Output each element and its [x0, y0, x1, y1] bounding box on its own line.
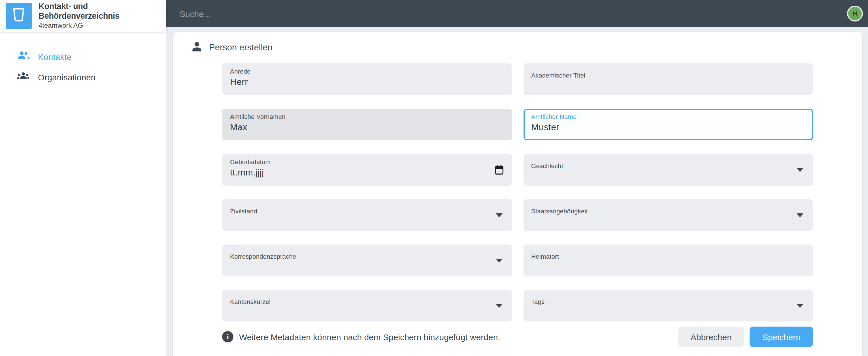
cancel-button[interactable]: Abbrechen — [678, 327, 744, 347]
field-label: Zivilstand — [230, 208, 504, 214]
field-label: Heimatort — [531, 253, 805, 260]
sidebar: Kontakt- und Behördenverzeichnis 4teamwo… — [0, 0, 166, 356]
sidebar-item-label: Organisationen — [38, 72, 95, 82]
groups-icon — [17, 71, 29, 83]
person-create-card: Person erstellen Anrede Herr Akademische… — [174, 32, 862, 356]
field-korrespondenzsprache[interactable]: Korrespondenzsprache — [222, 245, 512, 276]
top-bar: H — [166, 0, 868, 27]
field-label: Geburtsdatum — [230, 158, 504, 165]
field-kantonskuerzel[interactable]: Kantonskürzel — [222, 290, 512, 321]
field-heimatort[interactable]: Heimatort — [523, 245, 813, 276]
user-avatar[interactable]: H — [847, 6, 863, 22]
app-title: Kontakt- und Behördenverzeichnis — [38, 2, 166, 21]
field-label: Amtliche Vornamen — [230, 113, 504, 120]
save-button[interactable]: Speichern — [750, 327, 813, 347]
field-label: Kantonskürzel — [230, 298, 504, 305]
dropdown-arrow-icon — [495, 213, 502, 217]
app-viewport: H Kontakt- und Behördenverzeichnis 4team… — [0, 0, 868, 356]
people-icon — [17, 51, 29, 62]
field-value: Herr — [230, 77, 504, 87]
info-text: Weitere Metadaten können nach dem Speich… — [239, 332, 500, 342]
field-label: Staatsangehörigkeit — [531, 208, 805, 214]
app-logo[interactable] — [6, 3, 32, 29]
sidebar-item-organisationen[interactable]: Organisationen — [0, 67, 166, 87]
field-value: Max — [230, 122, 504, 133]
field-value: tt.mm.jjjj — [230, 168, 504, 178]
form-footer: i Weitere Metadaten können nach dem Spei… — [222, 325, 813, 349]
field-anrede[interactable]: Anrede Herr — [222, 63, 512, 95]
field-label: Tags — [531, 298, 805, 305]
search-input[interactable] — [166, 0, 847, 27]
app-header: Kontakt- und Behördenverzeichnis 4teamwo… — [0, 0, 166, 32]
dropdown-arrow-icon — [797, 213, 803, 217]
sidebar-item-label: Kontakte — [38, 52, 71, 62]
field-tags[interactable]: Tags — [523, 290, 813, 321]
field-geburtsdatum[interactable]: Geburtsdatum tt.mm.jjjj — [222, 154, 512, 186]
field-geschlecht[interactable]: Geschlecht — [523, 154, 813, 186]
app-subtitle: 4teamwork AG — [38, 22, 166, 30]
field-value: Muster — [531, 122, 805, 133]
brand-block: Kontakt- und Behördenverzeichnis 4teamwo… — [38, 2, 166, 30]
person-form: Anrede Herr Akademischer Titel Amtliche … — [222, 63, 813, 321]
field-label: Geschlecht — [531, 163, 805, 169]
cup-logo-icon — [11, 7, 26, 25]
info-icon: i — [222, 331, 234, 343]
field-label: Akademischer Titel — [531, 72, 805, 79]
field-label: Anrede — [230, 68, 504, 75]
person-icon — [191, 40, 203, 55]
dropdown-arrow-icon — [495, 304, 502, 308]
field-zivilstand[interactable]: Zivilstand — [222, 199, 512, 231]
info-note: i Weitere Metadaten können nach dem Spei… — [222, 331, 500, 343]
calendar-icon[interactable] — [493, 164, 504, 178]
card-header: Person erstellen — [174, 32, 862, 63]
field-akademischer-titel[interactable]: Akademischer Titel — [523, 63, 813, 95]
field-staatsangehoerigkeit[interactable]: Staatsangehörigkeit — [523, 199, 813, 231]
action-buttons: Abbrechen Speichern — [678, 327, 813, 347]
page-title: Person erstellen — [209, 42, 273, 52]
field-label: Amtlicher Name — [531, 113, 805, 120]
dropdown-arrow-icon — [495, 259, 502, 262]
field-amtliche-vornamen[interactable]: Amtliche Vornamen Max — [222, 109, 512, 140]
field-label: Korrespondenzsprache — [230, 253, 504, 260]
sidebar-item-kontakte[interactable]: Kontakte — [0, 46, 166, 67]
field-amtlicher-name[interactable]: Amtlicher Name Muster — [523, 109, 813, 140]
dropdown-arrow-icon — [797, 168, 803, 172]
sidebar-nav: Kontakte Organisationen — [0, 46, 166, 87]
dropdown-arrow-icon — [797, 304, 803, 308]
